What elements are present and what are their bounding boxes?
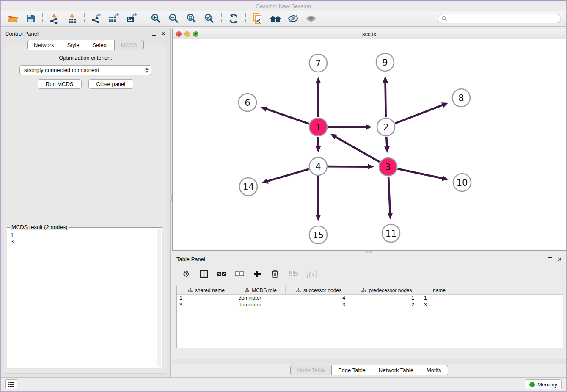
column-header-shared-name[interactable]: shared name xyxy=(177,286,236,294)
export-table-icon[interactable] xyxy=(107,12,121,25)
tree-icon xyxy=(296,288,301,293)
cell-successor-nodes[interactable]: 4 xyxy=(286,295,352,301)
list-icon xyxy=(8,382,14,387)
toolbar-separator xyxy=(42,13,43,24)
tab-node-table[interactable]: Node Table xyxy=(290,365,332,375)
graph-node-label-11: 11 xyxy=(385,229,397,239)
control-panel-tabs: Network Style Select MCDS xyxy=(1,40,170,50)
cell-name[interactable]: 1 xyxy=(421,295,457,301)
tab-select[interactable]: Select xyxy=(86,40,115,50)
tab-network-table[interactable]: Network Table xyxy=(372,365,420,375)
zoom-fit-icon[interactable] xyxy=(185,12,198,25)
tab-network[interactable]: Network xyxy=(27,40,61,50)
horizontal-splitter-grip[interactable] xyxy=(366,251,372,253)
close-table-panel-icon[interactable]: ✕ xyxy=(557,256,562,262)
show-columns-icon[interactable] xyxy=(199,269,209,279)
apply-layout-refresh-icon[interactable] xyxy=(227,12,240,25)
show-all-icon[interactable] xyxy=(304,12,318,25)
table-row[interactable]: 3 dominator 3 2 3 xyxy=(177,301,563,308)
tab-style[interactable]: Style xyxy=(61,40,86,50)
run-mcds-button[interactable]: Run MCDS xyxy=(38,79,82,89)
network-window-title: scc.txt xyxy=(173,31,567,37)
cell-mcds-role[interactable]: dominator xyxy=(236,295,286,301)
mcds-tab-content: Optimization criterion: strongly connect… xyxy=(4,45,167,374)
graph-node-label-8: 8 xyxy=(458,93,464,103)
column-header-predecessor-nodes[interactable]: predecessor nodes xyxy=(352,286,421,294)
graph-edge-2-9[interactable] xyxy=(385,82,386,117)
criterion-dropdown[interactable]: strongly connected component xyxy=(19,65,151,75)
column-header-mcds-role[interactable]: MCDS role xyxy=(236,286,286,294)
tab-motifs[interactable]: Motifs xyxy=(420,365,448,375)
status-bar: Memory xyxy=(1,377,566,391)
zoom-in-icon[interactable] xyxy=(149,12,163,25)
network-canvas[interactable]: 1234678910111415 xyxy=(173,39,567,250)
memory-button[interactable]: Memory xyxy=(525,379,562,389)
vertical-splitter-grip[interactable] xyxy=(170,194,172,201)
cell-predecessor-nodes[interactable]: 2 xyxy=(352,301,421,308)
cell-name[interactable]: 3 xyxy=(421,301,457,308)
column-header-successor-nodes[interactable]: successor nodes xyxy=(286,286,352,294)
cell-mcds-role[interactable]: dominator xyxy=(236,301,286,308)
save-session-icon[interactable] xyxy=(24,12,37,25)
delete-table-icon[interactable] xyxy=(288,269,298,279)
zoom-out-icon[interactable] xyxy=(167,12,181,25)
clone-network-icon[interactable] xyxy=(251,12,264,25)
tree-icon xyxy=(361,288,366,293)
search-box[interactable] xyxy=(438,14,561,23)
graph-edge-3-10[interactable] xyxy=(398,169,443,179)
graph-edge-4-3[interactable] xyxy=(328,166,368,167)
mcds-result-box: MCDS result (2 nodes) 1 3 xyxy=(7,227,162,368)
float-panel-icon[interactable] xyxy=(152,32,156,36)
graph-edge-4-14[interactable] xyxy=(267,169,309,181)
search-input[interactable] xyxy=(450,16,557,22)
graph-edge-1-6[interactable] xyxy=(266,109,309,124)
close-panel-icon[interactable]: ✕ xyxy=(161,30,166,37)
cell-predecessor-nodes[interactable]: 1 xyxy=(352,295,421,301)
column-header-name[interactable]: name xyxy=(421,286,457,294)
cell-shared-name[interactable]: 1 xyxy=(177,295,236,301)
delete-column-icon[interactable] xyxy=(270,269,280,279)
import-table-icon[interactable] xyxy=(66,12,79,25)
search-icon xyxy=(441,16,447,22)
export-network-icon[interactable] xyxy=(90,12,103,25)
graph-edge-2-8[interactable] xyxy=(395,105,443,124)
go-home-icon[interactable] xyxy=(269,12,282,25)
graph-edge-3-1[interactable] xyxy=(336,137,380,162)
export-image-icon[interactable] xyxy=(125,12,139,25)
memory-label: Memory xyxy=(537,381,557,388)
close-panel-button[interactable]: Close panel xyxy=(88,79,134,89)
dropdown-stepper-icon xyxy=(145,66,149,75)
graph-node-label-15: 15 xyxy=(313,230,324,240)
network-window-titlebar: scc.txt ✕ − + xyxy=(173,29,567,39)
deselect-all-checks-icon[interactable] xyxy=(235,269,244,279)
import-network-icon[interactable] xyxy=(48,12,61,25)
network-graph[interactable]: 1234678910111415 xyxy=(173,39,567,250)
node-table[interactable]: shared name MCDS role successor nodes pr… xyxy=(176,286,563,348)
add-column-icon[interactable] xyxy=(253,269,262,279)
mcds-result-text: 1 3 xyxy=(11,232,156,367)
cell-successor-nodes[interactable]: 3 xyxy=(286,301,352,308)
tab-mcds[interactable]: MCDS xyxy=(115,40,144,50)
cell-shared-name[interactable]: 3 xyxy=(177,301,236,308)
result-scrollbar[interactable] xyxy=(157,229,161,367)
graph-node-label-4: 4 xyxy=(315,162,321,172)
graph-edge-2-3[interactable] xyxy=(386,137,387,147)
task-history-button[interactable] xyxy=(5,379,17,389)
function-builder-icon[interactable]: f(x) xyxy=(307,269,317,279)
graph-node-label-9: 9 xyxy=(382,58,388,68)
toolbar-separator xyxy=(221,13,222,24)
graph-node-label-1: 1 xyxy=(315,122,321,133)
float-table-panel-icon[interactable] xyxy=(548,257,552,261)
table-row[interactable]: 1 dominator 4 1 1 xyxy=(177,295,563,301)
open-session-icon[interactable] xyxy=(6,12,19,25)
main-toolbar xyxy=(1,11,566,27)
tree-icon xyxy=(188,288,193,293)
select-all-checks-icon[interactable] xyxy=(217,269,226,279)
control-panel-title: Control Panel xyxy=(5,30,39,37)
table-settings-icon[interactable]: ⚙ xyxy=(182,269,191,279)
tab-edge-table[interactable]: Edge Table xyxy=(332,365,372,375)
graph-node-label-7: 7 xyxy=(315,58,321,69)
hide-selected-icon[interactable] xyxy=(286,12,300,25)
zoom-selected-icon[interactable] xyxy=(203,12,216,25)
graph-edge-3-11[interactable] xyxy=(388,177,390,213)
